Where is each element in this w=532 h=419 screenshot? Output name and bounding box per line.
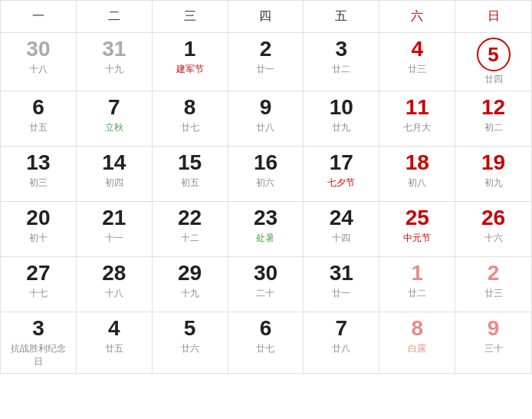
day-number: 16: [254, 151, 277, 175]
day-lunar: 七夕节: [327, 177, 355, 190]
day-cell[interactable]: 1廿二: [379, 257, 455, 312]
calendar: 一二三四五六日 30十八31十九1建军节2廿一3廿二4廿三5廿四6廿五7立秋8廿…: [0, 0, 532, 374]
day-cell[interactable]: 27十七: [1, 257, 77, 312]
day-cell[interactable]: 30十八: [1, 33, 77, 91]
day-cell[interactable]: 5廿六: [153, 312, 228, 373]
day-cell[interactable]: 2廿一: [228, 33, 304, 91]
day-cell[interactable]: 28十八: [77, 257, 153, 312]
day-cell[interactable]: 12初二: [455, 91, 531, 147]
day-cell[interactable]: 15初五: [153, 147, 228, 202]
day-cell[interactable]: 7廿八: [304, 312, 379, 373]
day-number: 29: [178, 262, 202, 285]
day-cell[interactable]: 4廿五: [77, 312, 153, 373]
day-number: 15: [178, 151, 202, 175]
day-cell[interactable]: 29十九: [153, 257, 228, 312]
day-cell[interactable]: 6廿七: [228, 312, 304, 373]
day-lunar: 廿七: [256, 342, 274, 355]
day-cell[interactable]: 4廿三: [379, 33, 455, 91]
day-cell[interactable]: 26十六: [455, 202, 531, 257]
day-lunar: 立秋: [105, 121, 123, 134]
day-number: 6: [260, 317, 272, 341]
day-number: 18: [406, 151, 429, 175]
day-number: 6: [32, 96, 44, 120]
day-cell[interactable]: 3抗战胜利纪念日: [1, 312, 77, 373]
day-cell[interactable]: 1建军节: [153, 33, 228, 91]
day-cell[interactable]: 18初八: [379, 147, 455, 202]
day-lunar: 中元节: [403, 232, 431, 245]
day-cell[interactable]: 9廿八: [228, 91, 304, 147]
day-cell[interactable]: 5廿四: [455, 33, 531, 91]
day-lunar: 抗战胜利纪念日: [7, 342, 70, 368]
day-cell[interactable]: 6廿五: [1, 91, 77, 147]
day-lunar: 廿七: [181, 121, 199, 134]
header-day: 六: [379, 1, 455, 32]
header-day: 日: [455, 1, 531, 32]
day-number: 3: [336, 38, 348, 61]
day-lunar: 十一: [105, 232, 123, 245]
day-cell[interactable]: 21十一: [77, 202, 153, 257]
day-number: 5: [477, 38, 511, 71]
day-cell[interactable]: 30二十: [228, 257, 304, 312]
day-number: 20: [26, 206, 50, 230]
day-cell[interactable]: 23处暑: [228, 202, 304, 257]
day-cell[interactable]: 20初十: [1, 202, 77, 257]
day-lunar: 廿九: [332, 121, 350, 134]
day-lunar: 二十: [256, 287, 274, 300]
day-cell[interactable]: 9三十: [455, 312, 531, 373]
day-lunar: 十九: [105, 63, 123, 76]
day-number: 31: [102, 38, 126, 61]
day-number: 1: [411, 262, 423, 285]
day-cell[interactable]: 16初六: [228, 147, 304, 202]
day-lunar: 处暑: [256, 232, 274, 245]
day-lunar: 初八: [408, 177, 426, 190]
day-cell[interactable]: 22十二: [153, 202, 228, 257]
day-cell[interactable]: 14初四: [77, 147, 153, 202]
day-number: 1: [184, 38, 196, 61]
day-number: 9: [260, 96, 272, 120]
day-lunar: 廿二: [332, 63, 350, 76]
day-lunar: 十八: [29, 63, 48, 76]
day-cell[interactable]: 31十九: [77, 33, 153, 91]
day-cell[interactable]: 2廿三: [455, 257, 531, 312]
header-day: 一: [1, 1, 77, 32]
day-cell[interactable]: 13初三: [1, 147, 77, 202]
day-cell[interactable]: 10廿九: [304, 91, 379, 147]
calendar-header: 一二三四五六日: [1, 1, 531, 33]
day-cell[interactable]: 3廿二: [304, 33, 379, 91]
day-lunar: 廿六: [181, 342, 199, 355]
day-cell[interactable]: 19初九: [455, 147, 531, 202]
day-cell[interactable]: 31廿一: [304, 257, 379, 312]
day-number: 26: [481, 206, 505, 230]
day-number: 2: [488, 262, 500, 285]
day-number: 30: [254, 262, 277, 285]
day-number: 4: [411, 38, 423, 61]
day-cell[interactable]: 25中元节: [379, 202, 455, 257]
header-day: 五: [304, 1, 379, 32]
day-lunar: 廿五: [29, 121, 48, 134]
day-cell[interactable]: 17七夕节: [304, 147, 379, 202]
day-cell[interactable]: 24十四: [304, 202, 379, 257]
day-number: 7: [108, 96, 120, 120]
day-lunar: 廿八: [332, 342, 350, 355]
day-lunar: 廿八: [256, 121, 274, 134]
day-cell[interactable]: 11七月大: [379, 91, 455, 147]
day-number: 10: [330, 96, 353, 120]
day-number: 4: [108, 317, 120, 341]
day-number: 9: [488, 317, 500, 341]
day-number: 2: [260, 38, 272, 61]
day-number: 30: [26, 38, 50, 61]
day-lunar: 十九: [181, 287, 199, 300]
day-lunar: 初六: [256, 177, 274, 190]
day-number: 13: [26, 151, 50, 175]
header-day: 二: [77, 1, 153, 32]
day-cell[interactable]: 8廿七: [153, 91, 228, 147]
day-cell[interactable]: 7立秋: [77, 91, 153, 147]
header-day: 四: [228, 1, 304, 32]
day-lunar: 建军节: [176, 63, 204, 76]
day-number: 11: [406, 96, 429, 120]
day-number: 7: [336, 317, 348, 341]
day-lunar: 廿一: [256, 63, 274, 76]
day-number: 3: [32, 317, 44, 341]
day-number: 23: [254, 206, 277, 230]
day-cell[interactable]: 8白露: [379, 312, 455, 373]
